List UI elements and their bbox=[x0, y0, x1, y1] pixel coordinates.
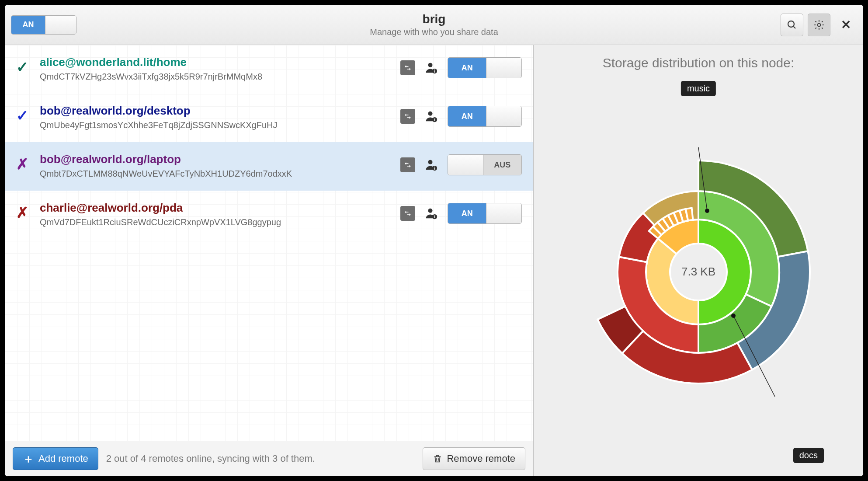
sunburst-svg: 7.3 KB bbox=[572, 132, 825, 412]
svg-point-3 bbox=[428, 63, 433, 67]
master-toggle-knob bbox=[45, 16, 76, 34]
bottom-bar: ＋ Add remote 2 out of 4 remotes online, … bbox=[5, 441, 533, 476]
remote-name: bob@realworld.org/laptop bbox=[40, 153, 392, 166]
remote-row[interactable]: ✗ charlie@realworld.org/pda QmVd7DFEukt1… bbox=[5, 191, 533, 239]
titlebar: AN brig Manage with who you share data ✕ bbox=[5, 5, 863, 45]
svg-line-1 bbox=[793, 26, 795, 28]
remote-info: bob@realworld.org/laptop Qmbt7DxCTLMM88q… bbox=[40, 153, 392, 179]
svg-text:i: i bbox=[434, 166, 435, 171]
storage-title: Storage distribution on this node: bbox=[547, 56, 850, 70]
toggle-knob bbox=[486, 58, 521, 78]
toggle-knob bbox=[486, 203, 521, 223]
row-actions: i AN bbox=[400, 57, 522, 78]
trash-icon bbox=[433, 454, 442, 464]
add-remote-button[interactable]: ＋ Add remote bbox=[13, 447, 98, 470]
app-window: AN brig Manage with who you share data ✕… bbox=[4, 4, 864, 477]
chart-label-docs: docs bbox=[793, 448, 824, 463]
master-toggle[interactable]: AN bbox=[11, 15, 76, 35]
svg-text:i: i bbox=[434, 215, 435, 219]
remote-toggle[interactable]: AUS bbox=[448, 154, 522, 175]
center-size-label: 7.3 KB bbox=[681, 265, 715, 278]
close-button[interactable]: ✕ bbox=[835, 17, 857, 32]
svg-text:i: i bbox=[434, 69, 435, 73]
svg-point-18 bbox=[705, 209, 709, 213]
title-group: brig Manage with who you share data bbox=[370, 12, 498, 37]
body: ✓ alice@wonderland.lit/home QmdCT7kVZHg2… bbox=[5, 45, 863, 476]
search-button[interactable] bbox=[781, 14, 803, 36]
remotes-pane: ✓ alice@wonderland.lit/home QmdCT7kVZHg2… bbox=[5, 45, 534, 476]
add-remote-label: Add remote bbox=[38, 453, 88, 464]
remote-hash: Qmbt7DxCTLMM88qNWeUvEVYAFcTyNbXH1UDZY6dm… bbox=[40, 169, 392, 179]
person-info-icon[interactable]: i bbox=[425, 109, 438, 124]
app-subtitle: Manage with who you share data bbox=[370, 27, 498, 37]
plus-icon: ＋ bbox=[23, 451, 34, 467]
toggle-label: AN bbox=[448, 203, 486, 223]
remote-row[interactable]: ✗ bob@realworld.org/laptop Qmbt7DxCTLMM8… bbox=[5, 142, 533, 191]
remote-list: ✓ alice@wonderland.lit/home QmdCT7kVZHg2… bbox=[5, 45, 533, 441]
svg-point-12 bbox=[428, 209, 433, 213]
remote-info: charlie@realworld.org/pda QmVd7DFEukt1Rc… bbox=[40, 201, 392, 227]
remote-hash: QmUbe4yFgt1smosYcXhhe3FeTq8jZdjSSGNNSwcK… bbox=[40, 120, 392, 130]
svg-point-6 bbox=[428, 112, 433, 116]
person-info-icon[interactable]: i bbox=[425, 157, 438, 172]
svg-text:i: i bbox=[434, 118, 435, 122]
remove-remote-label: Remove remote bbox=[447, 453, 515, 464]
toggle-label: AUS bbox=[483, 155, 521, 175]
toggle-label: AN bbox=[448, 106, 486, 126]
svg-point-2 bbox=[818, 23, 821, 26]
sync-icon[interactable] bbox=[400, 60, 415, 75]
chart-label-music: music bbox=[681, 81, 716, 96]
check-icon: ✓ bbox=[16, 58, 32, 76]
storage-pane: Storage distribution on this node: music… bbox=[534, 45, 863, 476]
toggle-label: AN bbox=[448, 58, 486, 78]
row-actions: i AN bbox=[400, 203, 522, 224]
remote-toggle[interactable]: AN bbox=[448, 203, 522, 224]
sync-icon[interactable] bbox=[400, 109, 415, 124]
x-icon: ✗ bbox=[16, 155, 32, 173]
master-toggle-label: AN bbox=[11, 16, 45, 34]
remote-info: bob@realworld.org/desktop QmUbe4yFgt1smo… bbox=[40, 104, 392, 130]
row-actions: i AUS bbox=[400, 154, 522, 175]
remote-name: bob@realworld.org/desktop bbox=[40, 104, 392, 118]
sync-status-text: 2 out of 4 remotes online, syncing with … bbox=[106, 453, 315, 464]
person-info-icon[interactable]: i bbox=[425, 206, 438, 221]
search-icon bbox=[787, 20, 797, 30]
sync-icon[interactable] bbox=[400, 157, 415, 172]
toggle-knob bbox=[448, 155, 483, 175]
sync-icon[interactable] bbox=[400, 206, 415, 221]
svg-point-9 bbox=[428, 160, 433, 164]
remote-row[interactable]: ✓ bob@realworld.org/desktop QmUbe4yFgt1s… bbox=[5, 94, 533, 142]
sunburst-chart: music 7.3 KB docs bbox=[547, 78, 850, 466]
remote-row[interactable]: ✓ alice@wonderland.lit/home QmdCT7kVZHg2… bbox=[5, 45, 533, 94]
remove-remote-button[interactable]: Remove remote bbox=[423, 447, 525, 470]
row-actions: i AN bbox=[400, 106, 522, 127]
gear-icon bbox=[813, 19, 825, 31]
remote-name: charlie@realworld.org/pda bbox=[40, 201, 392, 215]
check-icon: ✓ bbox=[16, 107, 32, 124]
remote-toggle[interactable]: AN bbox=[448, 57, 522, 78]
svg-point-20 bbox=[731, 314, 736, 318]
svg-point-0 bbox=[788, 21, 794, 27]
remote-toggle[interactable]: AN bbox=[448, 106, 522, 127]
person-info-icon[interactable]: i bbox=[425, 60, 438, 75]
x-icon: ✗ bbox=[16, 204, 32, 221]
remote-name: alice@wonderland.lit/home bbox=[40, 56, 392, 69]
settings-button[interactable] bbox=[808, 14, 830, 36]
app-title: brig bbox=[370, 12, 498, 26]
remote-hash: QmVd7DFEukt1RciuSReWdCUcziCRxnpWpVX1LVG8… bbox=[40, 217, 392, 227]
remote-hash: QmdCT7kVZHg23sWvx3iiTxfg38jx5k5R9r7njrBr… bbox=[40, 72, 392, 82]
toggle-knob bbox=[486, 106, 521, 126]
remote-info: alice@wonderland.lit/home QmdCT7kVZHg23s… bbox=[40, 56, 392, 82]
sunburst-segment[interactable] bbox=[686, 208, 693, 221]
